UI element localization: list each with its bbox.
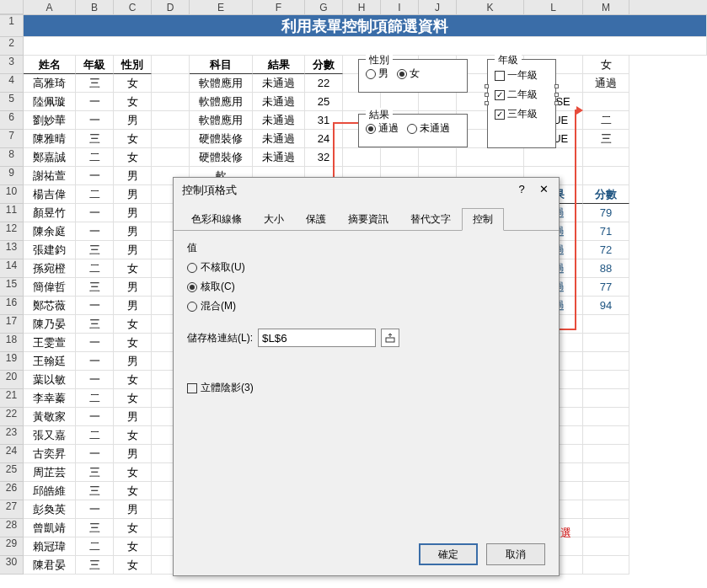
- cell-M[interactable]: 通過: [583, 74, 629, 93]
- cell-result[interactable]: 未通過: [253, 148, 305, 167]
- cell-M[interactable]: [583, 426, 629, 445]
- row-header[interactable]: 25: [0, 463, 24, 482]
- cell-grade[interactable]: 一: [76, 93, 114, 111]
- cell-grade[interactable]: 一: [76, 408, 114, 426]
- cell-M[interactable]: [583, 389, 629, 408]
- cell-grade[interactable]: 三: [76, 74, 114, 93]
- cell-subject[interactable]: 硬體裝修: [190, 148, 253, 167]
- cell-grade[interactable]: 三: [76, 519, 114, 537]
- cell-name[interactable]: 黃敬家: [24, 408, 76, 426]
- close-button[interactable]: ✕: [537, 183, 550, 198]
- cell-grade[interactable]: 三: [76, 463, 114, 482]
- tab-size[interactable]: 大小: [253, 208, 295, 231]
- cell-score[interactable]: 22: [305, 74, 343, 93]
- cell-score[interactable]: 31: [305, 111, 343, 130]
- cell-sex[interactable]: 男: [114, 408, 152, 426]
- cell-sex[interactable]: 男: [114, 204, 152, 222]
- result-radio-fail[interactable]: 未通過: [407, 121, 450, 136]
- tab-color[interactable]: 色彩和線條: [180, 208, 253, 231]
- row-header[interactable]: 17: [0, 315, 24, 334]
- cell-grade[interactable]: 一: [76, 445, 114, 463]
- cell-subject[interactable]: 軟體應用: [190, 93, 253, 111]
- cell-name[interactable]: 周芷芸: [24, 463, 76, 482]
- cell-grade[interactable]: 一: [76, 500, 114, 519]
- cell-sex[interactable]: 女: [114, 259, 152, 278]
- col-header[interactable]: G: [305, 0, 343, 14]
- tab-control[interactable]: 控制: [462, 208, 504, 231]
- cell-name[interactable]: 鄭嘉誠: [24, 148, 76, 167]
- cell-grade[interactable]: 三: [76, 482, 114, 500]
- grade-check-2[interactable]: 二年級: [495, 88, 549, 102]
- cell-sex[interactable]: 女: [114, 371, 152, 389]
- col-header[interactable]: B: [76, 0, 114, 14]
- cell-sex[interactable]: 男: [114, 167, 152, 185]
- cell-name[interactable]: 鄭芯薇: [24, 297, 76, 315]
- ok-button[interactable]: 確定: [419, 543, 478, 565]
- cell-M[interactable]: [583, 463, 629, 482]
- cell-sex[interactable]: 女: [114, 389, 152, 408]
- cell-M[interactable]: [583, 519, 629, 537]
- shadow-checkbox[interactable]: 立體陰影(3): [187, 381, 545, 395]
- cancel-button[interactable]: 取消: [486, 543, 545, 565]
- cell-grade[interactable]: 二: [76, 537, 114, 556]
- row-header[interactable]: 26: [0, 482, 24, 500]
- row-header[interactable]: 2: [0, 37, 24, 56]
- grade-groupbox[interactable]: 年級 一年級 二年級 三年級: [487, 59, 556, 148]
- col-header[interactable]: A: [24, 0, 76, 14]
- row-header[interactable]: 1: [0, 15, 24, 37]
- hdr-subject[interactable]: 科目: [190, 56, 253, 74]
- cell-M[interactable]: [583, 482, 629, 500]
- result-radio-pass[interactable]: 通過: [366, 121, 399, 136]
- cell-grade[interactable]: 三: [76, 556, 114, 575]
- cell-score[interactable]: 25: [305, 93, 343, 111]
- cell-result[interactable]: 未通過: [253, 93, 305, 111]
- cell-grade[interactable]: 三: [76, 278, 114, 297]
- col-header[interactable]: D: [152, 0, 190, 14]
- cell-M[interactable]: [583, 167, 629, 185]
- cell-sex[interactable]: 女: [114, 334, 152, 352]
- cell-sex[interactable]: 女: [114, 482, 152, 500]
- row-header[interactable]: 9: [0, 167, 24, 185]
- row-header[interactable]: 20: [0, 371, 24, 389]
- opt-checked[interactable]: 核取(C): [187, 280, 545, 294]
- cell-name[interactable]: 陸佩璇: [24, 93, 76, 111]
- cell-name[interactable]: 陳余庭: [24, 222, 76, 241]
- cell-sex[interactable]: 男: [114, 241, 152, 259]
- cell-name[interactable]: 賴冠瑋: [24, 537, 76, 556]
- cell-M[interactable]: [583, 556, 629, 575]
- sex-groupbox[interactable]: 性別 男 女: [358, 59, 468, 93]
- cell-name[interactable]: 李幸蓁: [24, 389, 76, 408]
- cell-M[interactable]: [583, 315, 629, 334]
- cell-name[interactable]: 彭奐英: [24, 500, 76, 519]
- cell-sex[interactable]: 女: [114, 556, 152, 575]
- row-header[interactable]: 27: [0, 500, 24, 519]
- cell-sex[interactable]: 男: [114, 185, 152, 204]
- cell-M[interactable]: [583, 148, 629, 167]
- cell-name[interactable]: 張建鈞: [24, 241, 76, 259]
- cell-score[interactable]: 24: [305, 130, 343, 148]
- hdr-name[interactable]: 姓名: [24, 56, 76, 74]
- row-header[interactable]: 6: [0, 111, 24, 130]
- col-header[interactable]: K: [457, 0, 524, 14]
- cell-grade[interactable]: 三: [76, 130, 114, 148]
- cell-sex[interactable]: 女: [114, 537, 152, 556]
- cell-sex[interactable]: 男: [114, 111, 152, 130]
- row-header[interactable]: 8: [0, 148, 24, 167]
- cell-M[interactable]: [583, 537, 629, 556]
- cell-name[interactable]: 高雅琦: [24, 74, 76, 93]
- grade-check-3[interactable]: 三年級: [495, 107, 549, 121]
- cell-name[interactable]: 楊吉偉: [24, 185, 76, 204]
- cell-name[interactable]: 顏昱竹: [24, 204, 76, 222]
- opt-mixed[interactable]: 混合(M): [187, 299, 545, 313]
- cell-name[interactable]: 謝祐萱: [24, 167, 76, 185]
- cell-sex[interactable]: 女: [114, 315, 152, 334]
- cell-name[interactable]: 王翰廷: [24, 352, 76, 371]
- row-header[interactable]: 16: [0, 297, 24, 315]
- cell-grade[interactable]: 一: [76, 111, 114, 130]
- cell-M[interactable]: 88: [583, 259, 629, 278]
- row-header[interactable]: 29: [0, 537, 24, 556]
- cell-result[interactable]: 未通過: [253, 130, 305, 148]
- cell-sex[interactable]: 女: [114, 463, 152, 482]
- cell-ref-button[interactable]: [381, 329, 399, 347]
- cell-grade[interactable]: 一: [76, 297, 114, 315]
